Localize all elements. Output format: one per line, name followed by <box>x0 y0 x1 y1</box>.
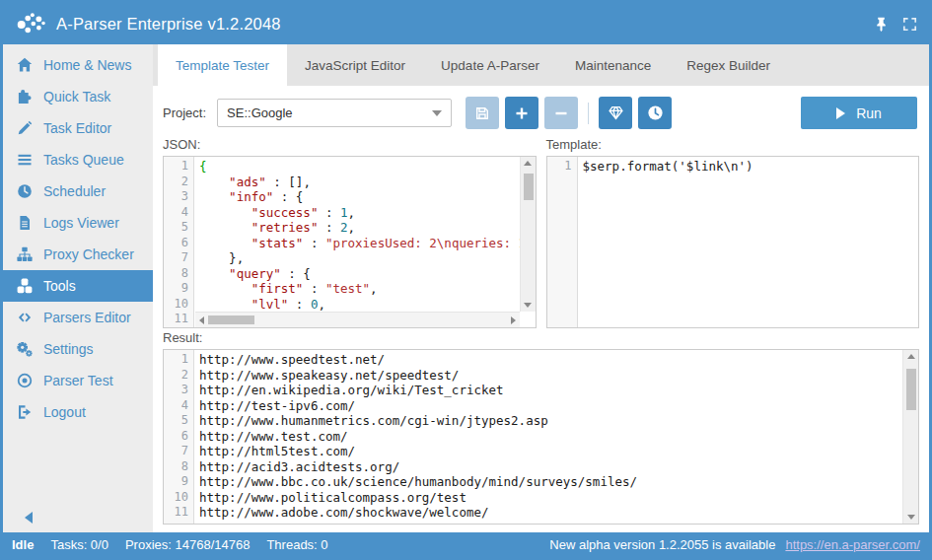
tab-update-a-parser[interactable]: Update A-Parser <box>423 44 557 86</box>
template-tester-panel: Project: SE::Google <box>153 86 929 532</box>
line-number: 8 <box>164 459 188 475</box>
result-code-area[interactable]: http://www.speedtest.net/http://www.spea… <box>194 350 902 524</box>
run-button[interactable]: Run <box>801 97 917 129</box>
json-editor-vscrollbar[interactable] <box>520 157 536 312</box>
scroll-right-arrow[interactable] <box>511 316 516 324</box>
scroll-down-arrow[interactable] <box>524 303 532 308</box>
sidebar-item-scheduler[interactable]: Scheduler <box>3 175 153 207</box>
sidebar-item-label: Task Editor <box>43 120 111 136</box>
sidebar-item-label: Scheduler <box>43 183 106 199</box>
project-label: Project: <box>163 105 206 120</box>
sidebar-collapse-button[interactable] <box>25 512 33 524</box>
json-editor-hscrollbar[interactable] <box>195 312 520 327</box>
main-area: Home & NewsQuick TaskTask EditorTasks Qu… <box>3 44 929 532</box>
sidebar-item-logout[interactable]: Logout <box>3 396 153 428</box>
json-label: JSON: <box>163 137 537 152</box>
sidebar-item-settings[interactable]: Settings <box>3 333 153 365</box>
run-button-label: Run <box>856 105 882 121</box>
sidebar-item-label: Home & News <box>43 57 131 73</box>
json-editor[interactable]: 1234567891011 { "ads" : [], "info" : { "… <box>163 156 537 328</box>
sidebar-item-proxy-checker[interactable]: Proxy Checker <box>3 239 153 270</box>
code-line: http://www.politicalcompass.org/test <box>199 490 902 506</box>
line-number: 5 <box>164 220 188 236</box>
toolbar-separator <box>588 103 589 124</box>
line-number: 3 <box>164 189 188 205</box>
status-threads: Threads: 0 <box>266 537 327 552</box>
save-project-button[interactable] <box>466 97 499 129</box>
remove-project-button[interactable] <box>544 97 578 129</box>
sidebar-item-label: Logs Viewer <box>43 215 119 231</box>
app-window: A-Parser Enterprise v1.2.2048 Home & New… <box>0 0 932 560</box>
code-line: "retries" : 2, <box>199 220 520 236</box>
add-project-button[interactable] <box>505 97 538 129</box>
scroll-left-arrow[interactable] <box>199 316 204 324</box>
tab-javascript-editor[interactable]: JavaScript Editor <box>287 44 423 86</box>
clock-icon <box>647 105 664 121</box>
line-number: 11 <box>164 505 188 521</box>
sidebar-item-label: Quick Task <box>43 89 110 105</box>
line-number: 2 <box>164 368 188 384</box>
cubes-icon <box>16 278 34 294</box>
line-number: 11 <box>164 312 188 327</box>
sidebar-item-label: Logout <box>43 404 86 420</box>
sidebar-item-parsers-editor[interactable]: Parsers Editor <box>3 302 153 333</box>
code-line: "lvl" : 0, <box>199 297 520 313</box>
line-number: 1 <box>164 352 188 368</box>
sidebar-item-label: Tasks Queue <box>43 152 124 168</box>
scroll-up-arrow[interactable] <box>524 161 532 166</box>
code-line: $serp.format('$link\n') <box>583 159 919 175</box>
line-number: 2 <box>164 175 188 190</box>
result-label: Result: <box>163 330 919 345</box>
scroll-down-arrow[interactable] <box>907 515 915 520</box>
sitemap-icon <box>16 246 34 262</box>
sidebar-item-label: Settings <box>43 341 94 357</box>
app-logo-icon <box>15 11 46 36</box>
result-vscrollbar[interactable] <box>902 350 918 524</box>
content-area: Template TesterJavaScript EditorUpdate A… <box>153 44 929 532</box>
clock-icon <box>16 183 34 199</box>
vscroll-thumb[interactable] <box>524 174 534 200</box>
code-line: http://www.bbc.co.uk/science/humanbody/m… <box>199 474 902 490</box>
template-label: Template: <box>546 137 920 152</box>
project-select[interactable]: SE::Google <box>217 99 452 127</box>
sidebar-item-home-news[interactable]: Home & News <box>3 49 153 81</box>
code-line: }, <box>199 250 520 266</box>
pin-icon[interactable] <box>874 17 889 32</box>
sidebar-item-label: Proxy Checker <box>43 246 134 262</box>
tab-regex-builder[interactable]: Regex Builder <box>669 44 788 86</box>
toolbar: Project: SE::Google <box>163 91 919 135</box>
update-link[interactable]: https://en.a-parser.com/ <box>785 537 920 552</box>
history-button[interactable] <box>638 97 672 129</box>
line-number: 9 <box>164 474 188 490</box>
line-number: 3 <box>164 383 188 398</box>
template-code-area[interactable]: $serp.format('$link\n') <box>578 157 919 327</box>
json-code-area[interactable]: { "ads" : [], "info" : { "success" : 1, … <box>194 157 520 327</box>
result-editor[interactable]: 1234567891011 http://www.speedtest.net/h… <box>163 349 919 525</box>
fullscreen-icon[interactable] <box>902 17 917 32</box>
home-icon <box>16 57 34 73</box>
template-editor[interactable]: 1 $serp.format('$link\n') <box>546 156 920 328</box>
sidebar-item-quick-task[interactable]: Quick Task <box>3 81 153 112</box>
template-line-numbers-gutter: 1 <box>547 157 578 327</box>
puzzle-icon <box>16 89 34 105</box>
sidebar-item-tools[interactable]: Tools <box>3 270 153 302</box>
file-icon <box>16 215 34 231</box>
hscroll-thumb[interactable] <box>208 315 254 324</box>
line-number: 1 <box>164 159 188 175</box>
sidebar-item-parser-test[interactable]: Parser Test <box>3 365 153 396</box>
gem-icon <box>608 105 624 121</box>
tab-maintenance[interactable]: Maintenance <box>557 44 669 86</box>
status-tasks: Tasks: 0/0 <box>50 537 108 552</box>
sidebar-item-tasks-queue[interactable]: Tasks Queue <box>3 144 153 175</box>
sidebar-item-task-editor[interactable]: Task Editor <box>3 112 153 144</box>
app-title: A-Parser Enterprise v1.2.2048 <box>56 15 281 34</box>
scroll-up-arrow[interactable] <box>907 354 915 359</box>
tab-template-tester[interactable]: Template Tester <box>158 44 287 86</box>
sidebar: Home & NewsQuick TaskTask EditorTasks Qu… <box>3 44 153 532</box>
sidebar-item-logs-viewer[interactable]: Logs Viewer <box>3 207 153 239</box>
code-line: "info" : { <box>199 189 520 205</box>
code-line: "stats" : "proxiesUsed: 2\nqueries: 1\nr <box>199 236 520 251</box>
logout-icon <box>16 404 34 420</box>
gem-button[interactable] <box>599 97 632 129</box>
vscroll-thumb[interactable] <box>906 369 916 410</box>
